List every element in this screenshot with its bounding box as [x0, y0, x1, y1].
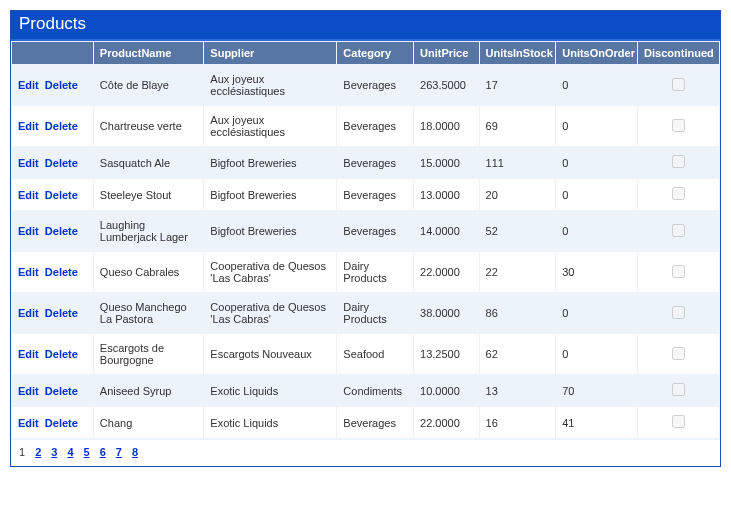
grid-title: Products: [11, 11, 720, 41]
edit-link[interactable]: Edit: [18, 348, 39, 360]
header-product[interactable]: ProductName: [93, 42, 203, 65]
edit-link[interactable]: Edit: [18, 417, 39, 429]
cell-order: 0: [556, 147, 638, 179]
cell-category: Dairy Products: [337, 252, 414, 293]
pager-link[interactable]: 2: [35, 446, 41, 458]
delete-link[interactable]: Delete: [45, 157, 78, 169]
cell-price: 15.0000: [414, 147, 479, 179]
cell-price: 38.0000: [414, 293, 479, 334]
cell-supplier: Cooperativa de Quesos 'Las Cabras': [204, 252, 337, 293]
table-row: Edit DeleteSteeleye StoutBigfoot Breweri…: [12, 179, 720, 211]
cell-order: 41: [556, 407, 638, 439]
table-row: Edit DeleteQueso Manchego La PastoraCoop…: [12, 293, 720, 334]
table-row: Edit DeleteChangExotic LiquidsBeverages2…: [12, 407, 720, 439]
cell-price: 18.0000: [414, 106, 479, 147]
header-price[interactable]: UnitPrice: [414, 42, 479, 65]
cell-price: 22.0000: [414, 407, 479, 439]
discontinued-checkbox: [672, 224, 685, 237]
delete-link[interactable]: Delete: [45, 189, 78, 201]
cell-order: 30: [556, 252, 638, 293]
delete-link[interactable]: Delete: [45, 225, 78, 237]
cell-stock: 13: [479, 375, 556, 407]
header-category[interactable]: Category: [337, 42, 414, 65]
discontinued-checkbox: [672, 78, 685, 91]
delete-link[interactable]: Delete: [45, 385, 78, 397]
cell-discontinued: [638, 334, 720, 375]
cell-order: 0: [556, 106, 638, 147]
pager-link[interactable]: 3: [51, 446, 57, 458]
edit-link[interactable]: Edit: [18, 157, 39, 169]
pager-link[interactable]: 5: [84, 446, 90, 458]
pager-link[interactable]: 4: [67, 446, 73, 458]
cell-stock: 86: [479, 293, 556, 334]
cell-price: 13.0000: [414, 179, 479, 211]
row-actions-cell: Edit Delete: [12, 252, 94, 293]
discontinued-checkbox: [672, 119, 685, 132]
table-row: Edit DeleteLaughing Lumberjack LagerBigf…: [12, 211, 720, 252]
cell-discontinued: [638, 293, 720, 334]
delete-link[interactable]: Delete: [45, 307, 78, 319]
cell-stock: 20: [479, 179, 556, 211]
products-table: ProductName Supplier Category UnitPrice …: [11, 41, 720, 439]
edit-link[interactable]: Edit: [18, 385, 39, 397]
edit-link[interactable]: Edit: [18, 79, 39, 91]
cell-discontinued: [638, 407, 720, 439]
row-actions-cell: Edit Delete: [12, 65, 94, 106]
table-row: Edit DeleteAniseed SyrupExotic LiquidsCo…: [12, 375, 720, 407]
table-row: Edit DeleteCôte de BlayeAux joyeux ecclé…: [12, 65, 720, 106]
delete-link[interactable]: Delete: [45, 417, 78, 429]
cell-order: 0: [556, 179, 638, 211]
cell-product: Escargots de Bourgogne: [93, 334, 203, 375]
cell-supplier: Aux joyeux ecclésiastiques: [204, 106, 337, 147]
cell-category: Seafood: [337, 334, 414, 375]
delete-link[interactable]: Delete: [45, 266, 78, 278]
cell-price: 14.0000: [414, 211, 479, 252]
cell-price: 13.2500: [414, 334, 479, 375]
cell-product: Chang: [93, 407, 203, 439]
delete-link[interactable]: Delete: [45, 79, 78, 91]
delete-link[interactable]: Delete: [45, 348, 78, 360]
cell-supplier: Bigfoot Breweries: [204, 147, 337, 179]
pager: 12345678: [11, 439, 720, 466]
cell-order: 70: [556, 375, 638, 407]
cell-discontinued: [638, 375, 720, 407]
header-discontinued[interactable]: Discontinued: [638, 42, 720, 65]
table-row: Edit DeleteSasquatch AleBigfoot Brewerie…: [12, 147, 720, 179]
cell-supplier: Bigfoot Breweries: [204, 179, 337, 211]
edit-link[interactable]: Edit: [18, 266, 39, 278]
cell-supplier: Aux joyeux ecclésiastiques: [204, 65, 337, 106]
row-actions-cell: Edit Delete: [12, 407, 94, 439]
cell-discontinued: [638, 252, 720, 293]
cell-order: 0: [556, 334, 638, 375]
header-stock[interactable]: UnitsInStock: [479, 42, 556, 65]
delete-link[interactable]: Delete: [45, 120, 78, 132]
cell-supplier: Exotic Liquids: [204, 375, 337, 407]
edit-link[interactable]: Edit: [18, 120, 39, 132]
edit-link[interactable]: Edit: [18, 189, 39, 201]
discontinued-checkbox: [672, 265, 685, 278]
pager-link[interactable]: 6: [100, 446, 106, 458]
cell-category: Beverages: [337, 407, 414, 439]
pager-link[interactable]: 8: [132, 446, 138, 458]
cell-discontinued: [638, 106, 720, 147]
cell-supplier: Bigfoot Breweries: [204, 211, 337, 252]
cell-price: 22.0000: [414, 252, 479, 293]
header-supplier[interactable]: Supplier: [204, 42, 337, 65]
pager-current: 1: [19, 446, 25, 458]
header-order[interactable]: UnitsOnOrder: [556, 42, 638, 65]
cell-category: Beverages: [337, 106, 414, 147]
pager-link[interactable]: 7: [116, 446, 122, 458]
row-actions-cell: Edit Delete: [12, 106, 94, 147]
header-actions: [12, 42, 94, 65]
cell-stock: 22: [479, 252, 556, 293]
table-row: Edit DeleteChartreuse verteAux joyeux ec…: [12, 106, 720, 147]
table-row: Edit DeleteQueso CabralesCooperativa de …: [12, 252, 720, 293]
row-actions-cell: Edit Delete: [12, 179, 94, 211]
cell-category: Beverages: [337, 65, 414, 106]
cell-category: Dairy Products: [337, 293, 414, 334]
edit-link[interactable]: Edit: [18, 307, 39, 319]
cell-discontinued: [638, 211, 720, 252]
edit-link[interactable]: Edit: [18, 225, 39, 237]
cell-stock: 52: [479, 211, 556, 252]
cell-product: Aniseed Syrup: [93, 375, 203, 407]
